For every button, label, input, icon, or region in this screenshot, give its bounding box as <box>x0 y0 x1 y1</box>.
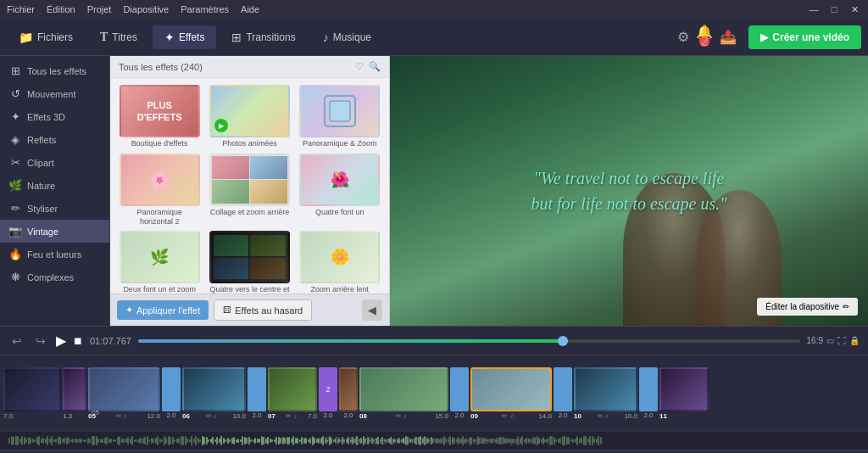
vintage-icon: 📷 <box>8 225 22 238</box>
text-icon: T <box>100 31 108 44</box>
clip-info-10: 10 ✏♪ 10.0 <box>574 412 637 420</box>
sidebar-item-effets3d[interactable]: ✦ Effets 3D <box>0 105 109 128</box>
menu-edition[interactable]: Édition <box>47 4 75 14</box>
clip-duration-08: 15.0 <box>435 412 448 420</box>
close-button[interactable]: ✕ <box>848 3 861 16</box>
sidebar-item-reflets[interactable]: ◈ Reflets <box>0 128 109 151</box>
effect-thumb-quatre: 🌺 <box>299 154 380 206</box>
clip-11[interactable]: 11 <box>659 367 709 420</box>
transition-6[interactable]: 2.0 <box>639 367 658 419</box>
svg-rect-1 <box>330 101 350 121</box>
effect-photos-animees[interactable]: ▶ Photos animées <box>207 85 292 148</box>
random-effect-button[interactable]: ⚄ Effets au hasard <box>214 299 312 321</box>
effect-quatre-font[interactable]: 🌺 Quatre font un <box>298 154 382 226</box>
settings-icon[interactable]: ⚙ <box>677 29 689 45</box>
sidebar-item-clipart[interactable]: ✂ Clipart <box>0 151 109 174</box>
progress-bar[interactable] <box>138 339 800 343</box>
effect-deux-font[interactable]: 🌿 Deux font un et zoom <box>117 231 202 294</box>
effect-zoom-arriere[interactable]: 🌼 Zoom arrière lent <box>298 231 382 294</box>
menu-bar: Fichier Édition Projet Diapositive Param… <box>7 4 259 14</box>
sidebar-label-tous: Tous les effets <box>27 66 86 76</box>
menu-parametres[interactable]: Paramètres <box>181 4 229 14</box>
play-button[interactable]: ▶ <box>56 333 66 349</box>
tab-musique[interactable]: ♪ Musique <box>311 25 383 49</box>
audio-label[interactable]: 🎙 Double-cliquer pour démarrer l'enregis… <box>323 436 546 445</box>
playback-bar: ↩ ↪ ▶ ⏹ 01:07.767 16:9 ▭ ⛶ 🔒 <box>0 326 868 355</box>
frame-icon: ▭ <box>826 336 834 345</box>
transition-3[interactable]: 2 2.0 <box>319 367 337 419</box>
clip-08[interactable]: 08 ✏♪ 15.0 <box>359 367 448 420</box>
clip-09[interactable]: 09 ✏♫ 14.0 <box>470 367 552 420</box>
titlebar: Fichier Édition Projet Diapositive Param… <box>0 0 868 19</box>
redo-button[interactable]: ↪ <box>32 333 49 350</box>
sidebar-item-vintage[interactable]: 📷 Vintage <box>0 220 109 243</box>
effect-collage-zoom[interactable]: Collage et zoom arrière <box>207 154 292 226</box>
effect-panoramique-h2[interactable]: 🌸 Panoramique horizontal 2 <box>117 154 202 226</box>
transition-thumb-6 <box>639 367 658 411</box>
fullscreen-icon[interactable]: ⛶ <box>837 336 846 345</box>
clip-thumb-spacer1 <box>339 367 358 411</box>
effect-label-quatre: Quatre font un <box>315 208 364 217</box>
transition-5[interactable]: 2.0 <box>554 367 572 419</box>
create-video-label: Créer une vidéo <box>772 31 849 43</box>
sidebar-item-feu[interactable]: 🔥 Feu et lueurs <box>0 243 109 266</box>
mic-icon: 🎙 <box>323 436 331 445</box>
sidebar-label-complexes: Complexes <box>27 272 74 282</box>
menu-aide[interactable]: Aide <box>241 4 259 14</box>
lock-icon[interactable]: 🔒 <box>849 336 860 345</box>
tab-titres[interactable]: T Titres <box>88 25 149 49</box>
sidebar-item-tous[interactable]: ⊞ Tous les effets <box>0 59 109 82</box>
sidebar-item-nature[interactable]: 🌿 Nature <box>0 174 109 197</box>
notification-icon[interactable]: 🔔 2 <box>696 24 713 50</box>
favorite-icon[interactable]: ♡ <box>355 61 364 72</box>
effect-thumb-panh2: 🌸 <box>120 154 200 206</box>
undo-button[interactable]: ↩ <box>8 333 25 350</box>
clip-10[interactable]: 10 ✏♪ 10.0 <box>574 367 637 420</box>
maximize-button[interactable]: □ <box>827 3 841 16</box>
effect-thumb-deux: 🌿 <box>120 231 200 283</box>
transition-4[interactable]: 2.0 <box>450 367 469 419</box>
transition-2[interactable]: 2.0 <box>248 367 266 419</box>
minimize-button[interactable]: — <box>807 3 821 16</box>
search-icon[interactable]: 🔍 <box>369 61 381 72</box>
clip-thumb-06 <box>182 367 246 411</box>
sidebar-item-styliser[interactable]: ✏ Styliser <box>0 197 109 220</box>
menu-fichier[interactable]: Fichier <box>7 4 35 14</box>
share-icon[interactable]: 📤 <box>720 29 737 45</box>
bottom-bar: Plan de montage Chronologie ◀ <box>0 450 868 453</box>
stop-button[interactable]: ⏹ <box>73 335 83 347</box>
nature-icon: 🌿 <box>8 179 22 192</box>
random-icon: ⚄ <box>223 305 231 316</box>
collapse-panel-button[interactable]: ◀ <box>362 299 382 321</box>
clip-1[interactable]: 7.0 <box>3 367 61 420</box>
menu-projet[interactable]: Projet <box>87 4 112 14</box>
clip-duration-05: 12.0 <box>147 412 160 420</box>
effect-panoramique-zoom[interactable]: Panoramique & Zoom <box>298 85 382 148</box>
edit-slide-button[interactable]: Éditer la diapositive ✏ <box>757 298 858 316</box>
fire-icon: 🔥 <box>8 248 22 260</box>
clip-duration-2: 1.3 <box>63 412 72 420</box>
effect-label-panzoom: Panoramique & Zoom <box>303 139 377 148</box>
tab-titres-label: Titres <box>112 31 137 43</box>
tab-transitions[interactable]: ⊞ Transitions <box>220 25 307 49</box>
apply-effect-button[interactable]: ✦ Appliquer l'effet <box>117 300 209 320</box>
create-video-button[interactable]: ▶ Créer une vidéo <box>748 25 861 49</box>
clip-info-1: 7.0 <box>3 412 61 420</box>
main-content: ⊞ Tous les effets ↺ Mouvement ✦ Effets 3… <box>0 56 868 326</box>
transition-1[interactable]: 2.0 <box>162 367 181 419</box>
tab-effets[interactable]: ✦ Effets <box>153 25 216 49</box>
clip-duration-07: 7.0 <box>308 412 317 420</box>
sidebar-item-complexes[interactable]: ❋ Complexes <box>0 266 109 288</box>
effect-quatre-vers[interactable]: Quatre vers le centre et retour <box>207 231 292 294</box>
clip-05[interactable]: 05 05 ✏♪ 12.0 <box>88 367 160 420</box>
clip-2[interactable]: 1.3 <box>63 367 86 420</box>
sidebar-item-mouvement[interactable]: ↺ Mouvement <box>0 82 109 105</box>
menu-diapositive[interactable]: Diapositive <box>123 4 169 14</box>
movement-icon: ↺ <box>8 87 22 100</box>
clip-06[interactable]: 06 ✏♪ 10.0 <box>182 367 246 420</box>
clip-info-2: 1.3 <box>63 412 86 420</box>
sidebar-label-feu: Feu et lueurs <box>27 249 81 260</box>
clip-07[interactable]: 07 ✏♪ 7.0 <box>268 367 317 420</box>
tab-fichiers[interactable]: 📁 Fichiers <box>7 25 85 49</box>
effect-boutique[interactable]: PLUSD'EFFETS Boutique d'effets <box>117 85 202 148</box>
